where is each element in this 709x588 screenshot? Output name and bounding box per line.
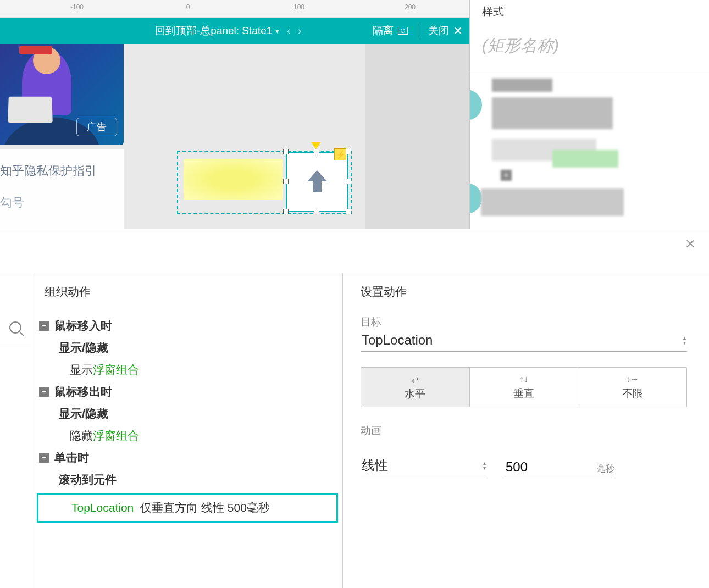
design-canvas[interactable]: 广告 知乎隐私保护指引 勾号 ⚡ bbox=[0, 44, 469, 229]
selection-group[interactable]: ⚡ bbox=[177, 151, 352, 214]
text-block: 知乎隐私保护指引 勾号 bbox=[0, 149, 124, 229]
rotation-handle-icon[interactable] bbox=[311, 142, 321, 149]
close-icon: ✕ bbox=[453, 25, 463, 36]
direction-horizontal[interactable]: ⇄ 水平 bbox=[361, 368, 469, 407]
action-detail[interactable]: 隐藏 浮窗组合 bbox=[31, 425, 342, 447]
free-icon: ↓→ bbox=[578, 374, 686, 384]
style-panel-header: 样式 bbox=[470, 0, 709, 24]
animation-label: 动画 bbox=[361, 424, 687, 438]
blurred-content: + bbox=[470, 73, 709, 227]
horizontal-ruler: -100 0 100 200 bbox=[0, 0, 469, 18]
event-mouse-enter[interactable]: – 鼠标移入时 bbox=[31, 315, 342, 337]
action-show-hide[interactable]: 显示/隐藏 bbox=[31, 337, 342, 359]
vertical-icon: ↑↓ bbox=[470, 374, 578, 384]
target-select[interactable]: TopLocation ▴▾ bbox=[361, 330, 687, 352]
direction-vertical[interactable]: ↑↓ 垂直 bbox=[469, 368, 578, 407]
event-mouse-leave[interactable]: – 鼠标移出时 bbox=[31, 381, 342, 403]
stepper-icon[interactable]: ▴▾ bbox=[683, 335, 686, 345]
collapse-icon[interactable]: – bbox=[39, 453, 49, 463]
back-to-top-widget[interactable] bbox=[286, 152, 348, 212]
event-click[interactable]: – 单击时 bbox=[31, 447, 342, 469]
widget-name-input[interactable]: (矩形名称) bbox=[470, 24, 709, 73]
prev-state-icon[interactable]: ‹ bbox=[287, 25, 290, 37]
editor-gutter bbox=[0, 273, 31, 588]
tooltip-shape[interactable] bbox=[184, 159, 283, 200]
arrow-up-icon bbox=[305, 168, 329, 196]
interaction-editor: 组织动作 – 鼠标移入时 显示/隐藏 显示 浮窗组合 – 鼠标移出时 显示/隐藏… bbox=[0, 273, 709, 588]
panel-state-bar: 回到顶部-总panel: State1 ▾ ‹ › 隔离 关闭 ✕ bbox=[0, 18, 469, 44]
easing-select[interactable]: 线性 ▴▾ bbox=[361, 454, 487, 478]
panel-state-title[interactable]: 回到顶部-总panel: State1 ▾ ‹ › bbox=[155, 24, 301, 38]
ad-badge: 广告 bbox=[76, 118, 117, 136]
target-label: 目标 bbox=[361, 315, 687, 329]
chevron-down-icon: ▾ bbox=[275, 26, 279, 35]
stepper-icon[interactable]: ▴▾ bbox=[483, 461, 486, 470]
isolate-icon bbox=[398, 27, 408, 35]
collapse-icon[interactable]: – bbox=[39, 387, 49, 397]
configure-action-title: 设置动作 bbox=[361, 284, 687, 299]
collapse-icon[interactable]: – bbox=[39, 321, 49, 331]
action-scroll-to[interactable]: 滚动到元件 bbox=[31, 469, 342, 491]
organize-actions-title: 组织动作 bbox=[45, 284, 342, 299]
interaction-badge-icon[interactable]: ⚡ bbox=[334, 148, 346, 160]
action-show-hide[interactable]: 显示/隐藏 bbox=[31, 403, 342, 425]
events-tree[interactable]: – 鼠标移入时 显示/隐藏 显示 浮窗组合 – 鼠标移出时 显示/隐藏 隐藏 浮… bbox=[31, 315, 342, 523]
isolate-button[interactable]: 隔离 bbox=[373, 24, 408, 38]
organize-actions-panel: 组织动作 – 鼠标移入时 显示/隐藏 显示 浮窗组合 – 鼠标移出时 显示/隐藏… bbox=[31, 273, 343, 588]
action-detail[interactable]: 显示 浮窗组合 bbox=[31, 359, 342, 381]
next-state-icon[interactable]: › bbox=[298, 25, 301, 37]
configure-action-panel: 设置动作 目标 TopLocation ▴▾ ⇄ 水平 ↑↓ 垂直 ↓→ 不限 … bbox=[343, 273, 709, 588]
close-editor-button[interactable]: ✕ bbox=[685, 236, 696, 252]
duration-input[interactable]: 毫秒 bbox=[505, 459, 614, 478]
style-panel: 样式 (矩形名称) + bbox=[469, 0, 709, 231]
search-icon[interactable] bbox=[9, 321, 21, 334]
direction-free[interactable]: ↓→ 不限 bbox=[578, 368, 686, 407]
illustration-card: 广告 bbox=[0, 44, 124, 145]
horizontal-icon: ⇄ bbox=[361, 374, 469, 385]
direction-toggle: ⇄ 水平 ↑↓ 垂直 ↓→ 不限 bbox=[361, 367, 687, 407]
selected-action-row[interactable]: TopLocation 仅垂直方向 线性 500毫秒 bbox=[37, 493, 338, 523]
close-panel-button[interactable]: 关闭 ✕ bbox=[428, 24, 463, 38]
